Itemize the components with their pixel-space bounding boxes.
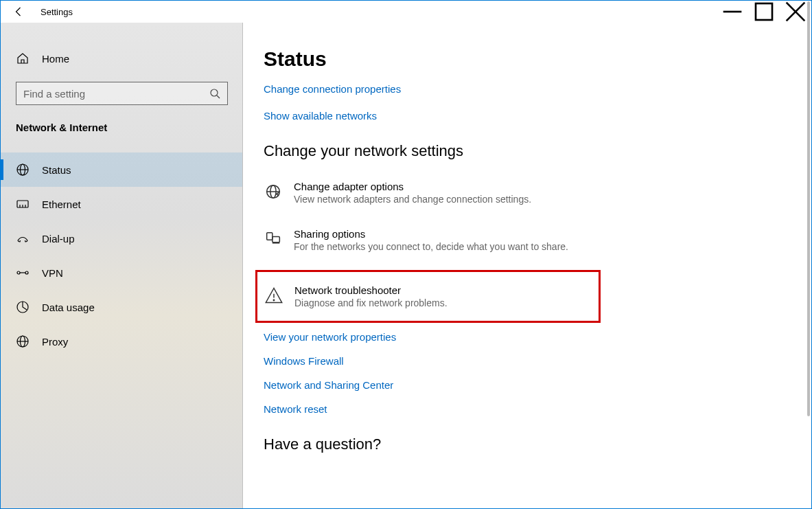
home-label: Home	[42, 53, 69, 65]
option-title: Sharing options	[294, 228, 568, 240]
vpn-icon	[16, 266, 30, 280]
sidebar-item-proxy[interactable]: Proxy	[1, 324, 243, 359]
footer-heading: Have a question?	[264, 436, 791, 453]
sidebar: Home Network & Internet Status Ethernet	[1, 23, 243, 509]
link-windows-firewall[interactable]: Windows Firewall	[264, 355, 791, 367]
proxy-icon	[16, 335, 30, 348]
dialup-icon	[16, 231, 30, 245]
option-network-troubleshooter[interactable]: Network troubleshooter Diagnose and fix …	[264, 279, 448, 314]
sidebar-item-label: Dial-up	[42, 233, 75, 245]
page-title: Status	[264, 47, 791, 71]
link-network-sharing-center[interactable]: Network and Sharing Center	[264, 379, 791, 391]
sidebar-item-label: Data usage	[42, 302, 95, 313]
option-title: Change adapter options	[294, 181, 531, 192]
sidebar-item-label: Ethernet	[42, 199, 81, 210]
option-change-adapter[interactable]: Change adapter options View network adap…	[264, 175, 791, 210]
titlebar: Settings	[1, 1, 811, 23]
link-network-reset[interactable]: Network reset	[264, 403, 791, 415]
home-button[interactable]: Home	[1, 45, 243, 72]
sidebar-item-data-usage[interactable]: Data usage	[1, 290, 243, 324]
sidebar-item-status[interactable]: Status	[1, 152, 243, 187]
minimize-button[interactable]	[717, 1, 748, 23]
option-desc: View network adapters and change connect…	[294, 194, 531, 205]
maximize-button[interactable]	[748, 1, 780, 23]
search-icon	[209, 88, 220, 99]
link-view-network-properties[interactable]: View your network properties	[264, 331, 791, 343]
sidebar-item-ethernet[interactable]: Ethernet	[1, 187, 243, 221]
back-icon[interactable]	[13, 6, 24, 17]
svg-point-24	[273, 299, 274, 300]
sidebar-item-vpn[interactable]: VPN	[1, 256, 243, 290]
svg-rect-20	[267, 233, 272, 240]
sidebar-nav: Status Ethernet Dial-up VPN	[1, 143, 243, 359]
sharing-icon	[264, 229, 283, 249]
section-heading: Change your network settings	[264, 142, 791, 160]
link-show-available-networks[interactable]: Show available networks	[264, 110, 791, 122]
window-title: Settings	[40, 7, 73, 17]
category-heading: Network & Internet	[1, 117, 243, 143]
adapter-icon	[264, 182, 283, 201]
search-box[interactable]	[16, 82, 228, 105]
sidebar-item-label: Status	[42, 164, 71, 176]
scrollbar[interactable]	[806, 1, 810, 507]
warning-icon	[264, 286, 283, 305]
option-title: Network troubleshooter	[294, 284, 448, 296]
data-icon	[16, 300, 30, 314]
home-icon	[16, 52, 30, 65]
svg-point-10	[17, 271, 20, 274]
scroll-thumb[interactable]	[807, 1, 810, 416]
highlight-box: Network troubleshooter Diagnose and fix …	[255, 270, 601, 323]
main-content: Status Change connection properties Show…	[243, 23, 811, 509]
sidebar-item-label: Proxy	[42, 336, 68, 348]
svg-rect-1	[756, 3, 772, 20]
link-change-connection-properties[interactable]: Change connection properties	[264, 83, 791, 95]
search-input[interactable]	[23, 88, 209, 100]
svg-point-4	[211, 89, 218, 96]
option-desc: For the networks you connect to, decide …	[294, 241, 568, 252]
globe-icon	[16, 163, 30, 177]
sidebar-item-dialup[interactable]: Dial-up	[1, 221, 243, 256]
svg-line-5	[217, 95, 220, 98]
option-sharing[interactable]: Sharing options For the networks you con…	[264, 223, 791, 258]
sidebar-item-label: VPN	[42, 267, 63, 279]
svg-rect-21	[272, 237, 280, 242]
svg-point-11	[25, 271, 28, 274]
ethernet-icon	[16, 197, 30, 211]
option-desc: Diagnose and fix network problems.	[294, 297, 448, 308]
